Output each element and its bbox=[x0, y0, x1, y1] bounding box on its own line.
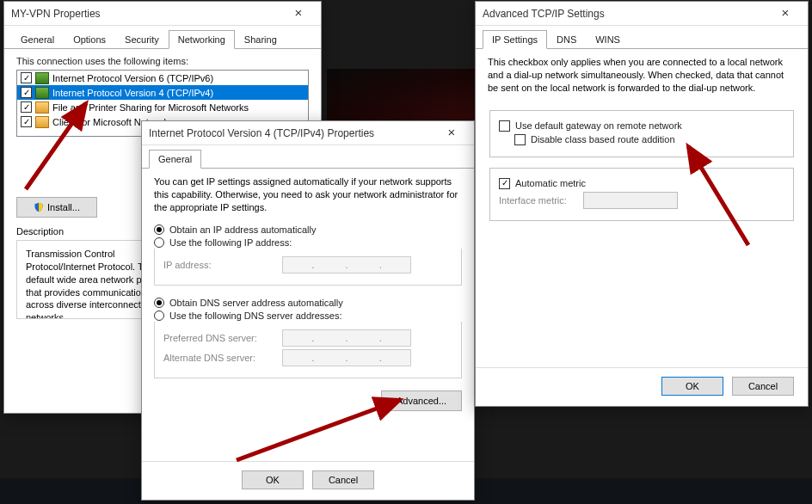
window-title: Internet Protocol Version 4 (TCP/IPv4) P… bbox=[149, 127, 434, 139]
tab-networking[interactable]: Networking bbox=[169, 30, 235, 49]
list-item[interactable]: Internet Protocol Version 4 (TCP/IPv4) bbox=[17, 85, 308, 100]
checkbox-icon[interactable] bbox=[499, 178, 510, 189]
interface-metric-label: Interface metric: bbox=[499, 195, 578, 206]
dns-alt-input: ... bbox=[282, 349, 411, 366]
advanced-button[interactable]: Advanced... bbox=[381, 390, 462, 411]
tab-ip-settings[interactable]: IP Settings bbox=[483, 30, 547, 49]
radio-label: Use the following DNS server addresses: bbox=[169, 310, 342, 321]
install-label: Install... bbox=[47, 202, 80, 212]
list-item-label: Internet Protocol Version 4 (TCP/IPv4) bbox=[52, 88, 213, 98]
list-item-label: File and Printer Sharing for Microsoft N… bbox=[52, 102, 249, 113]
titlebar[interactable]: Internet Protocol Version 4 (TCP/IPv4) P… bbox=[142, 121, 474, 145]
shield-icon bbox=[34, 202, 44, 212]
radio-icon[interactable] bbox=[154, 224, 164, 235]
checkbox-icon[interactable] bbox=[21, 72, 32, 83]
tabs: General bbox=[142, 145, 474, 169]
checkbox-icon[interactable] bbox=[21, 116, 32, 127]
cancel-button[interactable]: Cancel bbox=[732, 377, 794, 396]
tab-wins[interactable]: WINS bbox=[586, 30, 630, 49]
radio-icon[interactable] bbox=[154, 310, 164, 321]
titlebar[interactable]: Advanced TCP/IP Settings × bbox=[476, 2, 808, 26]
checkbox-label: Disable class based route addition bbox=[531, 134, 675, 144]
checkbox-icon[interactable] bbox=[21, 101, 32, 113]
advanced-tcpip-dialog: Advanced TCP/IP Settings × IP Settings D… bbox=[475, 1, 809, 407]
close-icon[interactable]: × bbox=[434, 124, 469, 143]
tab-options[interactable]: Options bbox=[64, 30, 115, 49]
connection-uses-label: This connection uses the following items… bbox=[16, 56, 309, 66]
install-button[interactable]: Install... bbox=[16, 197, 97, 218]
tab-general[interactable]: General bbox=[11, 30, 64, 49]
close-icon[interactable]: × bbox=[768, 4, 803, 23]
tab-general[interactable]: General bbox=[149, 150, 201, 169]
dns-alt-label: Alternate DNS server: bbox=[163, 353, 277, 363]
ok-button[interactable]: OK bbox=[661, 377, 723, 396]
tabs: General Options Security Networking Shar… bbox=[4, 26, 321, 49]
radio-icon[interactable] bbox=[154, 298, 164, 308]
interface-metric-input bbox=[583, 192, 678, 209]
list-item[interactable]: Internet Protocol Version 6 (TCP/IPv6) bbox=[17, 71, 308, 85]
ip-address-label: IP address: bbox=[163, 260, 277, 270]
checkbox-label: Use default gateway on remote network bbox=[515, 120, 682, 131]
titlebar[interactable]: MY-VPN Properties × bbox=[4, 2, 321, 26]
gateway-group: Use default gateway on remote network Di… bbox=[489, 110, 794, 157]
radio-dns-auto-row[interactable]: Obtain DNS server address automatically bbox=[154, 298, 462, 308]
ip-blurb: You can get IP settings assigned automat… bbox=[154, 175, 462, 214]
metric-group: Automatic metric Interface metric: bbox=[489, 168, 794, 221]
list-item[interactable]: File and Printer Sharing for Microsoft N… bbox=[17, 100, 308, 114]
radio-dns-manual-row[interactable]: Use the following DNS server addresses: bbox=[154, 310, 462, 321]
dns-pref-label: Preferred DNS server: bbox=[163, 333, 277, 343]
window-title: Advanced TCP/IP Settings bbox=[483, 8, 768, 20]
radio-label: Use the following IP address: bbox=[169, 237, 292, 248]
radio-icon[interactable] bbox=[154, 237, 164, 248]
checkbox-label: Automatic metric bbox=[515, 178, 586, 188]
service-icon bbox=[35, 101, 49, 114]
radio-label: Obtain DNS server address automatically bbox=[169, 298, 343, 308]
tab-sharing[interactable]: Sharing bbox=[235, 30, 286, 49]
protocol-icon bbox=[35, 87, 49, 99]
auto-metric-row[interactable]: Automatic metric bbox=[499, 178, 784, 189]
ok-button[interactable]: OK bbox=[242, 470, 304, 489]
tabs: IP Settings DNS WINS bbox=[476, 26, 808, 49]
radio-ip-auto-row[interactable]: Obtain an IP address automatically bbox=[154, 224, 462, 235]
cancel-button[interactable]: Cancel bbox=[312, 470, 374, 489]
settings-blurb: This checkbox only applies when you are … bbox=[488, 56, 796, 95]
checkbox-icon[interactable] bbox=[21, 87, 32, 98]
use-default-gateway-row[interactable]: Use default gateway on remote network bbox=[499, 120, 784, 132]
radio-label: Obtain an IP address automatically bbox=[169, 224, 316, 235]
close-icon[interactable]: × bbox=[281, 4, 316, 23]
tab-security[interactable]: Security bbox=[115, 30, 169, 49]
list-item-label: Internet Protocol Version 6 (TCP/IPv6) bbox=[52, 73, 213, 83]
window-title: MY-VPN Properties bbox=[11, 8, 281, 20]
service-icon bbox=[35, 116, 49, 128]
dns-pref-input: ... bbox=[282, 329, 411, 347]
ipv4-properties-dialog: Internet Protocol Version 4 (TCP/IPv4) P… bbox=[141, 120, 475, 501]
radio-ip-manual-row[interactable]: Use the following IP address: bbox=[154, 237, 462, 248]
checkbox-icon[interactable] bbox=[499, 120, 510, 132]
protocol-icon bbox=[35, 72, 49, 84]
disable-route-row[interactable]: Disable class based route addition bbox=[514, 134, 784, 145]
checkbox-icon[interactable] bbox=[514, 134, 526, 145]
ip-address-input: ... bbox=[282, 256, 411, 274]
tab-dns[interactable]: DNS bbox=[547, 30, 586, 49]
